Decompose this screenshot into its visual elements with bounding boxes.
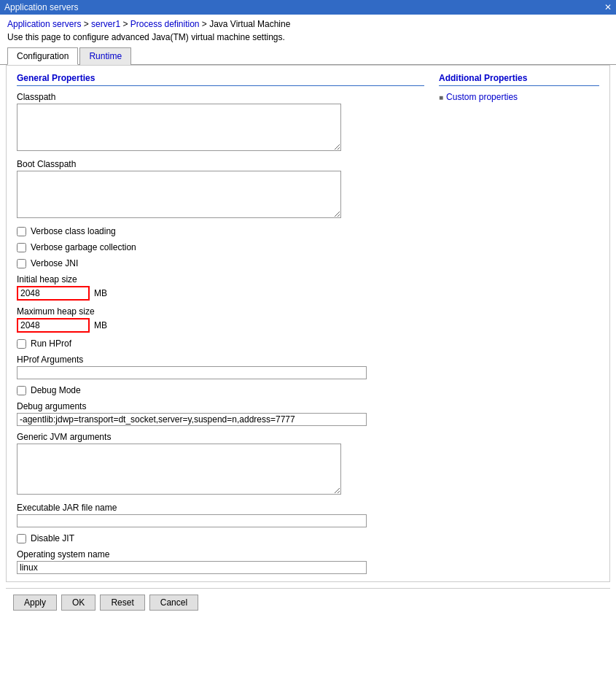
additional-properties-section: Additional Properties ■ Custom propertie… — [439, 73, 599, 574]
initial-heap-input[interactable] — [17, 286, 90, 301]
max-heap-unit: MB — [94, 320, 107, 330]
verbose-gc-label: Verbose garbage collection — [31, 242, 136, 252]
two-col-layout: General Properties Classpath Boot Classp… — [17, 73, 599, 574]
initial-heap-label: Initial heap size — [17, 274, 424, 284]
max-heap-input[interactable] — [17, 318, 90, 333]
verbose-gc-checkbox[interactable] — [17, 243, 26, 252]
debug-mode-checkbox[interactable] — [17, 386, 26, 395]
breadcrumb: Application servers > server1 > Process … — [0, 15, 616, 31]
custom-properties-link-row: ■ Custom properties — [439, 92, 599, 102]
general-properties-header: General Properties — [17, 73, 424, 86]
apply-button[interactable]: Apply — [13, 595, 57, 611]
run-hprof-checkbox[interactable] — [17, 339, 26, 349]
verbose-jni-row: Verbose JNI — [17, 258, 424, 268]
verbose-class-loading-label: Verbose class loading — [31, 226, 116, 236]
disable-jit-checkbox[interactable] — [17, 534, 26, 543]
classpath-label: Classpath — [17, 92, 424, 102]
run-hprof-label: Run HProf — [31, 338, 71, 349]
debug-mode-row: Debug Mode — [17, 385, 424, 395]
tabs: Configuration Runtime — [0, 47, 616, 65]
generic-jvm-input[interactable] — [17, 444, 341, 495]
title-bar: Application servers ✕ — [0, 0, 616, 15]
debug-mode-label: Debug Mode — [31, 385, 81, 395]
main-content: General Properties Classpath Boot Classp… — [6, 65, 610, 582]
boot-classpath-label: Boot Classpath — [17, 159, 424, 169]
breadcrumb-current: Java Virtual Machine — [209, 19, 290, 29]
ok-button[interactable]: OK — [61, 595, 95, 611]
classpath-input[interactable] — [17, 104, 341, 151]
tab-configuration[interactable]: Configuration — [7, 47, 78, 65]
hprof-args-label: HProf Arguments — [17, 355, 424, 365]
generic-jvm-label: Generic JVM arguments — [17, 432, 424, 442]
initial-heap-unit: MB — [94, 288, 107, 298]
verbose-gc-row: Verbose garbage collection — [17, 242, 424, 252]
exec-jar-input[interactable] — [17, 514, 367, 527]
initial-heap-row: MB — [17, 286, 424, 301]
tab-runtime[interactable]: Runtime — [79, 47, 131, 65]
disable-jit-label: Disable JIT — [31, 533, 74, 543]
button-bar: Apply OK Reset Cancel — [6, 588, 610, 616]
close-icon[interactable]: ✕ — [604, 2, 612, 12]
breadcrumb-app-servers[interactable]: Application servers — [7, 19, 81, 29]
general-properties-section: General Properties Classpath Boot Classp… — [17, 73, 424, 574]
verbose-jni-label: Verbose JNI — [31, 258, 78, 268]
max-heap-label: Maximum heap size — [17, 306, 424, 317]
page-description: Use this page to configure advanced Java… — [0, 31, 616, 47]
hprof-args-input[interactable] — [17, 366, 367, 379]
os-name-input[interactable] — [17, 561, 367, 574]
breadcrumb-process-definition[interactable]: Process definition — [130, 19, 200, 29]
debug-args-input[interactable] — [17, 413, 367, 426]
additional-properties-header: Additional Properties — [439, 73, 599, 86]
exec-jar-label: Executable JAR file name — [17, 503, 424, 513]
title-bar-label: Application servers — [4, 2, 78, 12]
custom-properties-link[interactable]: Custom properties — [446, 92, 518, 102]
breadcrumb-server1[interactable]: server1 — [91, 19, 120, 29]
reset-button[interactable]: Reset — [100, 595, 144, 611]
run-hprof-row: Run HProf — [17, 338, 424, 349]
debug-args-label: Debug arguments — [17, 401, 424, 411]
bullet-icon: ■ — [439, 93, 443, 101]
disable-jit-row: Disable JIT — [17, 533, 424, 543]
verbose-class-loading-checkbox[interactable] — [17, 227, 26, 236]
cancel-button[interactable]: Cancel — [149, 595, 198, 611]
verbose-jni-checkbox[interactable] — [17, 259, 26, 268]
max-heap-row: MB — [17, 318, 424, 333]
os-name-label: Operating system name — [17, 549, 424, 560]
verbose-class-loading-row: Verbose class loading — [17, 226, 424, 236]
boot-classpath-input[interactable] — [17, 171, 341, 218]
